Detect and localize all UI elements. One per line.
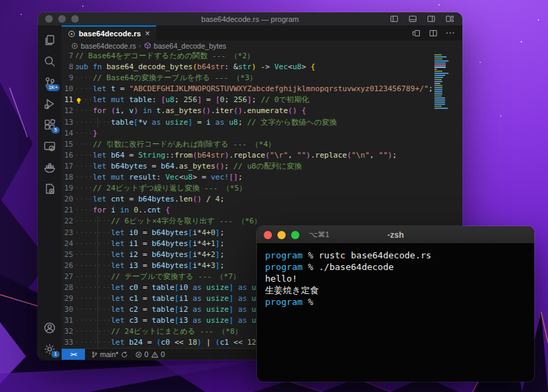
code-line[interactable]: ····let b64bytes = b64.as_bytes(); // u8… (76, 161, 432, 172)
minimap-line (434, 73, 449, 74)
code-line[interactable]: ····let cnt = b64bytes.len() / 4; (76, 194, 432, 205)
line-number: 26 (62, 260, 73, 271)
breadcrumb-separator: › (139, 42, 141, 49)
minimap-line (434, 95, 442, 97)
open-changes-icon[interactable] (412, 29, 421, 38)
code-line[interactable]: ····} (76, 128, 432, 139)
terminal-line: program % ./base64decode (265, 261, 526, 273)
customize-layout-icon[interactable] (445, 14, 454, 23)
activity-file-settings-icon[interactable] (38, 178, 62, 199)
close-window-button[interactable] (264, 231, 272, 239)
source-control-badge: 1K+ (47, 84, 60, 91)
minimap-line (434, 93, 443, 95)
settings-badge: 1 (51, 351, 60, 358)
activity-extensions-icon[interactable]: 5 (38, 114, 62, 136)
branch-status[interactable]: main* (88, 350, 132, 358)
indent-guide (97, 315, 98, 326)
terminal-window-controls (257, 231, 299, 239)
zoom-window-button[interactable] (291, 231, 299, 239)
extensions-badge: 5 (51, 127, 60, 134)
line-number: 32 (62, 326, 73, 337)
activity-settings-icon[interactable]: 1 (38, 339, 62, 360)
code-line[interactable]: ····// 引数に改行コードがあれば削除する --- （*4） (76, 139, 432, 150)
toggle-secondary-sidebar-icon[interactable] (427, 14, 436, 23)
minimap-line (434, 69, 437, 70)
minimap-line (434, 66, 446, 68)
terminal-content[interactable]: program % rustc base64decode.rsprogram %… (257, 244, 534, 382)
line-number: 27 (62, 271, 73, 282)
line-number: 7 (62, 51, 73, 62)
indent-guide (97, 216, 98, 227)
breadcrumb: base64decode.rs › base64_decode_bytes (62, 40, 462, 51)
minimize-window-button[interactable] (277, 231, 286, 239)
breadcrumb-symbol[interactable]: base64_decode_bytes (154, 42, 227, 50)
activity-run-debug-icon[interactable] (38, 93, 62, 114)
code-line[interactable]: // Base64をデコードするための関数 --- （*2） (76, 51, 432, 62)
warning-count: 0 (161, 350, 165, 358)
code-line[interactable]: ····let mut table: [u8; 256] = [0; 256];… (76, 95, 432, 106)
minimap-line (434, 81, 443, 82)
indent-guide (97, 117, 98, 128)
tab-bar: base64decode.rs × ··· (62, 25, 462, 40)
line-number: 12 (62, 106, 73, 117)
activity-search-icon[interactable] (38, 51, 62, 72)
terminal-shortcut-badge: ⌥⌘1 (309, 230, 329, 239)
minimap-line (434, 56, 447, 58)
indent-guide (97, 228, 98, 238)
close-tab-icon[interactable]: × (145, 29, 151, 38)
symbol-method-icon (144, 42, 151, 49)
line-number: 15 (62, 139, 73, 150)
activity-docker-icon[interactable] (38, 157, 62, 178)
activity-source-control-icon[interactable]: 1K+ (38, 72, 62, 93)
minimap-line (434, 71, 443, 72)
breadcrumb-file[interactable]: base64decode.rs (81, 42, 136, 50)
activity-account-icon[interactable] (38, 317, 62, 339)
line-number: 19 (62, 183, 73, 194)
problems-status[interactable]: 0 0 (132, 350, 169, 358)
line-number: 25 (62, 249, 73, 260)
code-line[interactable]: ····for (i, v) in t.as_bytes().iter().en… (76, 106, 432, 117)
minimap-line (434, 101, 445, 103)
toggle-panel-icon[interactable] (408, 14, 417, 23)
line-number: 24 (62, 238, 73, 249)
minimap-line (434, 89, 443, 90)
minimap-line (434, 91, 443, 93)
code-line[interactable]: ····// 24ビットずつ繰り返し変換 --- （*5） (76, 183, 432, 194)
code-line[interactable]: pub fn base64_decode_bytes(b64str: &str)… (76, 62, 432, 73)
minimap-line (434, 77, 443, 78)
minimap-line (434, 87, 443, 88)
minimap-line (434, 108, 448, 109)
code-line[interactable]: ····for i in 0..cnt { (76, 205, 432, 216)
code-line[interactable]: ····let mut result: Vec<u8> = vec![]; (76, 172, 432, 183)
line-number: 13 (62, 117, 73, 128)
code-line[interactable]: ····let b64 = String::from(b64str).repla… (76, 150, 432, 161)
error-icon (135, 351, 142, 358)
minimap-line (434, 79, 442, 80)
tab-label: base64decode.rs (79, 29, 141, 38)
activity-remote-explorer-icon[interactable] (38, 136, 62, 157)
line-number: 16 (62, 150, 73, 161)
activity-bar: 1K+51 (38, 25, 62, 360)
line-number: 31 (62, 315, 73, 326)
code-line[interactable]: ····let t = "ABCDEFGHIJKLMNOPQRSTUVWXYZa… (76, 84, 432, 95)
activity-explorer-icon[interactable] (38, 29, 62, 51)
indent-guide (97, 249, 98, 260)
line-number: 17 (62, 161, 73, 172)
split-editor-icon[interactable] (429, 29, 438, 38)
remote-indicator[interactable]: >< (62, 349, 85, 360)
more-actions-icon[interactable]: ··· (446, 29, 456, 37)
rust-file-icon (71, 42, 78, 49)
line-number: 28 (62, 282, 73, 293)
code-line[interactable]: ········table[*v as usize] = i as u8; //… (76, 117, 432, 128)
editor-actions: ··· (412, 25, 462, 40)
minimap-line (434, 97, 445, 99)
line-number: 22 (62, 216, 73, 227)
rust-file-icon (68, 30, 75, 38)
toggle-primary-sidebar-icon[interactable] (390, 14, 399, 23)
indent-guide (97, 326, 98, 337)
line-number: 23 (62, 228, 73, 238)
terminal-line: program % (265, 296, 526, 308)
tab-base64decode-rs[interactable]: base64decode.rs × (62, 25, 156, 40)
code-line[interactable]: ····// Base64の変換テーブルを作る --- （*3） (76, 73, 432, 84)
minimap-line (434, 54, 442, 56)
